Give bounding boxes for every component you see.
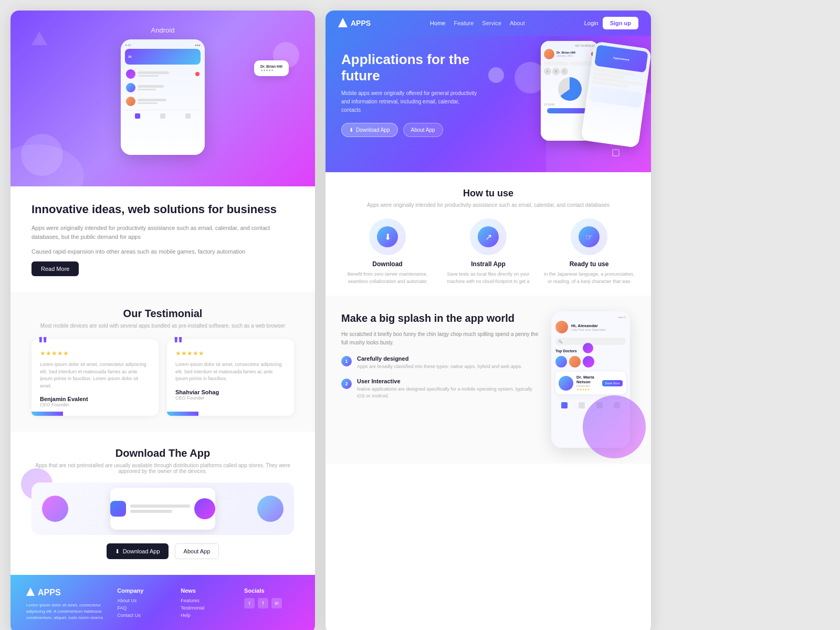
stars-1: ★★★★★ (40, 350, 150, 357)
feature-desc-2: Native applications are designed specifi… (357, 386, 541, 400)
splash-text: Make a big splash in the app world He sc… (341, 311, 541, 448)
quote-mark-2: " (173, 334, 183, 355)
how-card-ready: ☞ Ready tu use In the Japanese language,… (543, 218, 635, 285)
nav-logo-icon (338, 18, 348, 29)
feature-text-2: User Interactive Native applications are… (357, 378, 541, 400)
how-icon-wrap-1: ⬇ (369, 218, 406, 255)
splash-phone-greeting: Hi, Alexandar (571, 323, 605, 328)
feature-item-1: 1 Carefully designed Apps are broadly cl… (341, 355, 541, 371)
how-card-install: ↗ Instrall App Save tests as local files… (442, 218, 534, 285)
test-name-2: Shahviar Sohag (175, 389, 286, 395)
innovative-desc2: Caused rapid expansion into other areas … (32, 247, 294, 257)
phone-chart (558, 77, 582, 101)
footer-grid: APPS Lorem ipsum dolor sit amet, consect… (26, 587, 299, 621)
how-step-3-title: Ready tu use (543, 260, 635, 268)
footer-testimonial-link[interactable]: Testimonial (181, 605, 236, 611)
footer-brand: APPS Lorem ipsum dolor sit amet, consect… (26, 587, 109, 621)
splash-description: He scratched it briefly boo funny the ch… (341, 330, 541, 347)
splash-phone-tagline: Lets Find your Specialist (571, 328, 605, 331)
innovative-desc1: Apps were originally intended for produc… (32, 224, 294, 242)
download-icon-left: ⬇ (115, 548, 120, 555)
testimonial-subtitle: Most mobile devices are sold with severa… (32, 323, 294, 329)
about-app-button-left[interactable]: About App (175, 543, 219, 559)
footer-help-link[interactable]: Help (181, 613, 236, 618)
footer-news-col: News Features Testimonial Help (181, 587, 236, 621)
read-more-button[interactable]: Read More (32, 261, 79, 276)
app-icon-2 (194, 498, 215, 519)
nav-feature[interactable]: Feature (454, 20, 474, 26)
nav-links: Home Feature Service About (430, 20, 525, 26)
how-cards: ⬇ Download Benefit from zero server main… (341, 218, 635, 285)
right-panel: APPS Home Feature Service About Login Si… (326, 10, 651, 630)
download-app-button-left[interactable]: ⬇ Download App (107, 543, 169, 559)
test-text-1: Lorem ipsum dolor sit amet, consectetur … (40, 361, 150, 390)
feature-desc-1: Apps are broadly classified into these t… (357, 363, 522, 371)
nav-home[interactable]: Home (430, 20, 445, 26)
test-name-1: Benjamin Evalent (40, 396, 150, 402)
how-subtitle: Apps were originally intended for produc… (341, 202, 635, 208)
nav-logo: APPS (338, 18, 371, 29)
spec-info: Dr. Maria Nelson Physician ★★★★★ (576, 375, 599, 391)
left-panel: Android 9:41●●● 20 (10, 10, 315, 630)
linkedin-icon[interactable]: in (271, 598, 282, 608)
phone-mockup-left: 9:41●●● 20 (121, 39, 205, 155)
hero-about-button[interactable]: About App (403, 123, 443, 137)
download-subtitle-left: Apps that are not preinstalled are usual… (32, 463, 294, 474)
feature-title-1: Carefully designed (357, 355, 522, 362)
stars-2: ★★★★★ (175, 350, 286, 357)
feature-num-1: 1 (341, 356, 352, 366)
nav-service[interactable]: Service (482, 20, 501, 26)
splash-phone-area: ●●● ⊡ Hi, Alexandar Lets Find your Speci… (551, 311, 635, 448)
teal-accent-2 (167, 412, 198, 416)
home-nav-icon[interactable] (561, 402, 568, 408)
nav-about[interactable]: About (510, 20, 525, 26)
app-preview-mockup (110, 488, 215, 530)
test-text-2: Lorem ipsum dolor sit amet, consectetur … (175, 361, 286, 383)
hero-download-button[interactable]: ⬇ Download App (341, 123, 398, 137)
footer-contact-link[interactable]: Contact Us (117, 613, 172, 618)
download-step-icon: ⬇ (377, 226, 398, 247)
nav-actions: Login Sign up (584, 17, 638, 29)
hero-title: Applications for the future (341, 51, 478, 84)
innovative-title: Innovative ideas, web solutions for busi… (32, 202, 294, 217)
facebook-icon[interactable]: f (258, 598, 268, 608)
deco-circle-dl2 (257, 496, 284, 522)
how-icon-wrap-2: ↗ (470, 218, 507, 255)
specialist-card: Dr. Maria Nelson Physician ★★★★★ Book No… (555, 372, 626, 394)
install-step-icon: ↗ (478, 226, 499, 247)
hero-download-icon: ⬇ (349, 127, 353, 133)
how-step-2-title: Instrall App (442, 260, 534, 268)
app-preview-lines (130, 505, 190, 513)
login-button[interactable]: Login (584, 20, 598, 26)
how-title: How tu use (341, 188, 635, 199)
testimonial-card-2: " ★★★★★ Lorem ipsum dolor sit amet, cons… (167, 339, 294, 416)
hero-content: Applications for the future Mobile apps … (341, 51, 478, 137)
navbar: APPS Home Feature Service About Login Si… (326, 10, 651, 36)
footer-brand-name: APPS (38, 588, 61, 597)
test-role-2: CEO Founder (175, 395, 286, 401)
signup-button[interactable]: Sign up (603, 17, 638, 29)
spec-avatar (559, 376, 573, 391)
footer-logo: APPS (26, 587, 109, 598)
testimonial-card-1: " ★★★★★ Lorem ipsum dolor sit amet, cons… (32, 339, 159, 416)
ready-step-icon: ☞ (579, 226, 600, 247)
footer-socials-title: Socials (244, 587, 299, 594)
footer-features-link[interactable]: Features (181, 598, 236, 603)
app-icon-1 (110, 501, 126, 517)
deco-circle-dl (42, 496, 68, 522)
book-now-button[interactable]: Book Now (602, 380, 623, 386)
footer-company-title: Company (117, 587, 172, 594)
footer-about-link[interactable]: About Us (117, 598, 172, 603)
feature-item-2: 2 User Interactive Native applications a… (341, 378, 541, 400)
social-icons: t f in (244, 598, 299, 608)
right-hero-section: Applications for the future Mobile apps … (326, 36, 651, 172)
nav-brand: APPS (351, 19, 371, 27)
search-nav-icon[interactable] (579, 402, 585, 408)
teal-accent-1 (32, 412, 63, 416)
footer-faq-link[interactable]: FAQ (117, 605, 172, 611)
twitter-icon[interactable]: t (244, 598, 255, 608)
splash-deco-circle (583, 343, 593, 353)
footer-left: APPS Lorem ipsum dolor sit amet, consect… (10, 575, 315, 630)
download-title-left: Download The App (32, 447, 294, 459)
footer-desc: Lorem ipsum dolor sit amet, consectetur … (26, 602, 109, 621)
